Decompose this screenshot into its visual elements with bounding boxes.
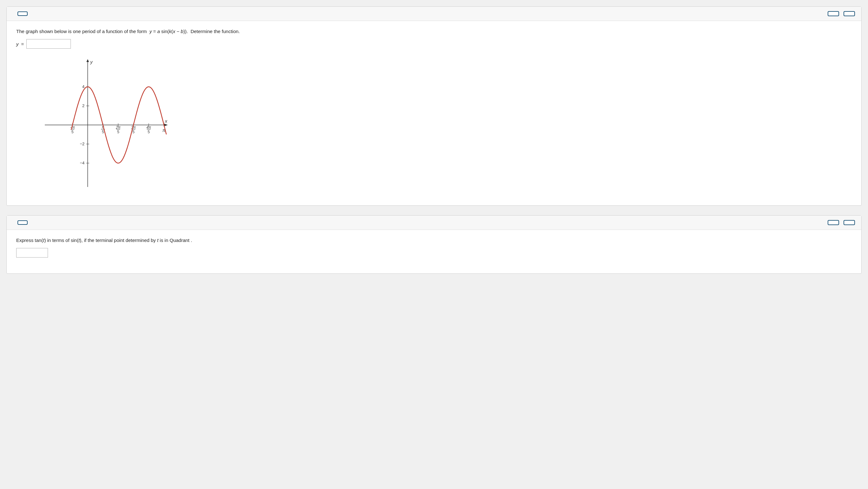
my-notes-button-6[interactable] bbox=[828, 220, 839, 225]
answer-input-5[interactable] bbox=[26, 39, 71, 49]
details-button-5[interactable] bbox=[18, 11, 28, 16]
svg-text:2π: 2π bbox=[116, 125, 121, 130]
svg-text:5: 5 bbox=[71, 130, 74, 134]
graph-svg: yx42−2−4−π5π52π53π54π5π bbox=[35, 55, 172, 195]
svg-text:4: 4 bbox=[82, 84, 85, 89]
svg-text:4π: 4π bbox=[147, 125, 152, 130]
question-6-card: Express tan(t) in terms of sin(t), if th… bbox=[6, 215, 862, 274]
svg-marker-2 bbox=[86, 59, 89, 62]
ask-teacher-button-5[interactable] bbox=[843, 11, 855, 16]
svg-text:3π: 3π bbox=[131, 125, 136, 130]
question-6-text: Express tan(t) in terms of sin(t), if th… bbox=[16, 237, 852, 243]
ask-teacher-button-6[interactable] bbox=[843, 220, 855, 225]
question-5-header bbox=[7, 7, 861, 21]
svg-text:5: 5 bbox=[132, 130, 135, 134]
svg-text:x: x bbox=[164, 118, 167, 124]
question-6-header bbox=[7, 215, 861, 230]
svg-text:5: 5 bbox=[117, 130, 120, 134]
svg-text:5: 5 bbox=[148, 130, 150, 134]
answer-input-6[interactable] bbox=[16, 248, 48, 258]
details-button-6[interactable] bbox=[18, 220, 28, 225]
graph-container: yx42−2−4−π5π52π53π54π5π bbox=[35, 55, 852, 196]
svg-text:−2: −2 bbox=[80, 142, 85, 146]
question-5-body: The graph shown below is one period of a… bbox=[7, 21, 861, 205]
svg-text:y: y bbox=[90, 59, 93, 64]
answer-row-6 bbox=[16, 248, 852, 258]
question-5-card: The graph shown below is one period of a… bbox=[6, 6, 862, 206]
answer-row-5: y = bbox=[16, 39, 852, 49]
y-equals-label: y bbox=[16, 41, 19, 47]
question-5-text: The graph shown below is one period of a… bbox=[16, 29, 852, 34]
my-notes-button-5[interactable] bbox=[828, 11, 839, 16]
question-6-body: Express tan(t) in terms of sin(t), if th… bbox=[7, 230, 861, 274]
svg-marker-3 bbox=[164, 124, 168, 126]
svg-text:−4: −4 bbox=[80, 161, 85, 165]
svg-text:2: 2 bbox=[82, 103, 85, 108]
svg-text:5: 5 bbox=[102, 130, 104, 134]
